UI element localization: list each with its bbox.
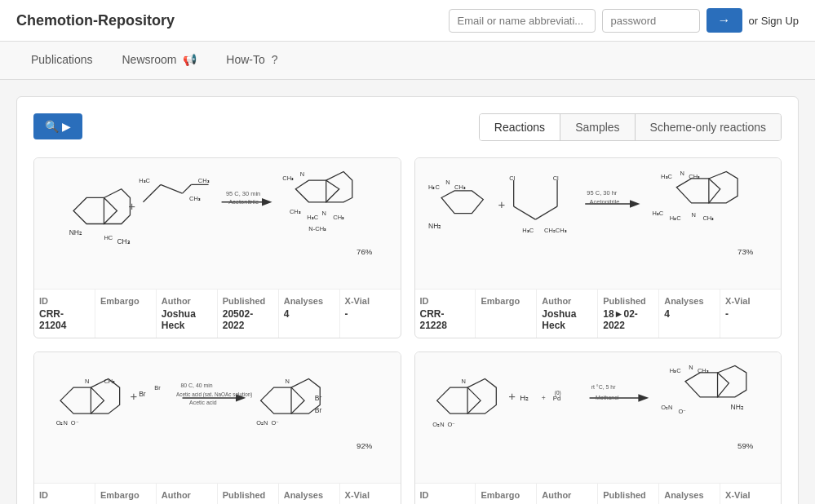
- col-published-value-1: 20502-2022: [223, 308, 273, 331]
- reaction-card-1[interactable]: NH₂ HC CH₃ + H₃C CH₃: [33, 157, 401, 338]
- reaction-svg-3: N CH₃ O₂N O⁻ + Br Br: [34, 359, 401, 477]
- col-id-label-2: ID: [420, 296, 471, 306]
- col-analyses-label-2: Analyses: [664, 296, 715, 306]
- svg-marker-1: [104, 188, 130, 223]
- svg-text:NH₂: NH₂: [69, 228, 82, 237]
- svg-text:H₃C: H₃C: [428, 183, 440, 190]
- col-id-value-2: CRR-21228: [420, 308, 471, 331]
- col-analyses-label-1: Analyses: [284, 296, 334, 306]
- col-xvial-value-1: -: [345, 308, 396, 320]
- reaction-card-4[interactable]: N O₂N O⁻ + H₂ + Pd (0): [414, 351, 782, 504]
- col-id-label-4: ID: [420, 490, 471, 500]
- svg-text:NH₂: NH₂: [428, 221, 441, 229]
- svg-text:N: N: [286, 377, 290, 384]
- info-embargo-2: Embargo: [476, 290, 537, 338]
- svg-text:H₂: H₂: [520, 393, 529, 402]
- col-published-value-2: 18►02-2022: [603, 308, 653, 331]
- reaction-image-1: NH₂ HC CH₃ + H₃C CH₃: [34, 158, 401, 289]
- tab-reactions-label: Reactions: [494, 121, 545, 134]
- tab-reactions[interactable]: Reactions: [480, 114, 560, 140]
- tab-scheme-only-label: Scheme-only reactions: [650, 121, 766, 134]
- col-analyses-value-2: 4: [664, 308, 715, 320]
- nav-item-newsroom[interactable]: Newsroom 📢: [108, 42, 212, 79]
- svg-marker-18: [295, 180, 339, 202]
- svg-text:CH₃: CH₃: [104, 377, 115, 384]
- reaction-image-3: N CH₃ O₂N O⁻ + Br Br: [34, 352, 401, 483]
- header-auth: → or Sign Up: [449, 8, 799, 33]
- reaction-svg-2: H₃C N CH₃ NH₂ +: [415, 165, 782, 283]
- col-embargo-label-4: Embargo: [481, 490, 531, 500]
- login-button[interactable]: →: [706, 8, 742, 33]
- col-author-label-1: Author: [162, 296, 212, 306]
- svg-text:+: +: [130, 389, 137, 403]
- search-button[interactable]: 🔍 ▶: [33, 113, 82, 139]
- info-author-1: Author JoshuaHeck: [157, 290, 218, 338]
- info-xvial-3: X-Vial -: [340, 484, 401, 504]
- reaction-svg-4: N O₂N O⁻ + H₂ + Pd (0): [415, 359, 782, 477]
- svg-text:O₂N: O₂N: [661, 403, 672, 410]
- svg-text:+: +: [128, 199, 135, 213]
- svg-text:O⁻: O⁻: [678, 408, 686, 415]
- tabs-container: Reactions Samples Scheme-only reactions: [479, 113, 782, 141]
- card-info-3: ID CRR-21180 Embargo Author JoshuaHeck P…: [34, 483, 401, 504]
- info-xvial-1: X-Vial -: [340, 290, 401, 338]
- svg-text:Br: Br: [139, 389, 146, 397]
- svg-text:80 C, 40 min: 80 C, 40 min: [180, 382, 212, 388]
- col-published-label-2: Published: [603, 296, 653, 306]
- col-embargo-label-3: Embargo: [100, 490, 151, 500]
- svg-text:(0): (0): [554, 389, 560, 396]
- svg-text:NH₂: NH₂: [730, 402, 743, 410]
- svg-text:N: N: [300, 170, 304, 177]
- info-published-2: Published 18►02-2022: [598, 290, 659, 338]
- svg-text:N-CH₃: N-CH₃: [308, 225, 326, 232]
- svg-text:Br: Br: [315, 394, 322, 402]
- tab-samples-label: Samples: [575, 121, 619, 134]
- svg-text:Methanol: Methanol: [596, 395, 619, 400]
- tab-samples[interactable]: Samples: [560, 114, 635, 140]
- svg-text:92%: 92%: [357, 440, 373, 449]
- info-id-4: ID CRR-21174: [415, 484, 476, 504]
- svg-text:N: N: [321, 209, 326, 216]
- svg-marker-74: [436, 387, 480, 413]
- svg-text:O⁻: O⁻: [447, 421, 455, 428]
- svg-text:CH₃: CH₃: [702, 214, 714, 222]
- nav-label-newsroom: Newsroom: [122, 53, 177, 66]
- info-id-3: ID CRR-21180: [34, 484, 95, 504]
- card-info-1: ID CRR-21204 Embargo Author JoshuaHeck P…: [34, 289, 401, 338]
- nav-item-publications[interactable]: Publications: [16, 42, 108, 79]
- col-id-label-3: ID: [39, 490, 90, 500]
- col-xvial-label-2: X-Vial: [725, 296, 776, 306]
- info-analyses-1: Analyses 4: [279, 290, 340, 338]
- svg-text:N: N: [680, 169, 684, 176]
- info-author-2: Author JoshuaHeck: [537, 290, 598, 338]
- password-input[interactable]: [602, 9, 700, 33]
- svg-text:H₃C: H₃C: [669, 366, 680, 374]
- info-analyses-3: Analyses 4: [279, 484, 340, 504]
- svg-text:O₂N: O₂N: [432, 421, 444, 428]
- nav-item-howto[interactable]: How-To ?: [211, 42, 292, 79]
- svg-text:Pd: Pd: [552, 395, 560, 402]
- email-input[interactable]: [449, 9, 596, 33]
- signup-link[interactable]: or Sign Up: [749, 15, 799, 27]
- svg-text:CH₃: CH₃: [290, 207, 301, 214]
- svg-text:rt °C, 5 hr: rt °C, 5 hr: [591, 384, 615, 390]
- svg-marker-75: [467, 378, 496, 413]
- info-published-1: Published 20502-2022: [218, 290, 279, 338]
- svg-text:CH₃: CH₃: [282, 175, 294, 182]
- newsroom-icon: 📢: [183, 53, 197, 66]
- reaction-card-3[interactable]: N CH₃ O₂N O⁻ + Br Br: [33, 351, 401, 504]
- reaction-image-2: H₃C N CH₃ NH₂ +: [415, 158, 782, 289]
- reaction-card-2[interactable]: H₃C N CH₃ NH₂ +: [414, 157, 782, 338]
- col-embargo-label-1: Embargo: [100, 296, 151, 306]
- info-analyses-2: Analyses 4: [659, 290, 720, 338]
- info-published-4: Published 18►02-2022: [598, 484, 659, 504]
- info-id-1: ID CRR-21204: [34, 290, 95, 338]
- col-xvial-label-1: X-Vial: [345, 296, 396, 306]
- svg-text:CH₂CH₃: CH₂CH₃: [544, 227, 567, 234]
- tab-scheme-only[interactable]: Scheme-only reactions: [636, 114, 781, 140]
- svg-text:N: N: [85, 377, 89, 384]
- svg-text:Acetonitrile: Acetonitrile: [589, 197, 619, 205]
- svg-line-7: [161, 184, 183, 193]
- svg-marker-0: [73, 197, 117, 223]
- svg-line-34: [535, 206, 557, 219]
